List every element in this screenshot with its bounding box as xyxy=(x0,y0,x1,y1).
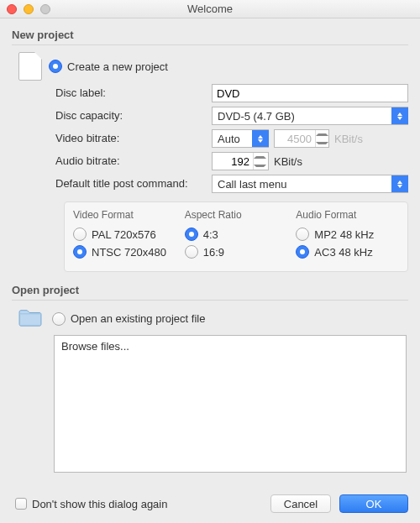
ntsc-label: NTSC 720x480 xyxy=(92,246,166,259)
open-project-title: Open project xyxy=(12,284,408,296)
audio-bitrate-label: Audio bitrate: xyxy=(55,152,208,170)
project-listbox[interactable]: Browse files... xyxy=(54,335,407,473)
chevrons-icon xyxy=(391,175,408,192)
video-bitrate-unit: KBit/s xyxy=(334,133,363,145)
post-command-value: Call last menu xyxy=(213,178,391,191)
mp2-radio[interactable] xyxy=(296,228,309,241)
close-icon[interactable] xyxy=(7,4,17,14)
ok-button[interactable]: OK xyxy=(339,494,408,513)
document-icon xyxy=(18,52,42,81)
audio-format-title: Audio Format xyxy=(296,209,399,221)
post-command-label: Default title post command: xyxy=(55,175,208,193)
chevrons-icon xyxy=(391,107,408,124)
open-project-label: Open an existing project file xyxy=(71,312,205,325)
disc-capacity-label: Disc capacity: xyxy=(55,107,208,125)
folder-icon xyxy=(18,307,43,330)
ntsc-radio[interactable] xyxy=(73,245,87,259)
divider xyxy=(12,300,408,301)
disc-label-label: Disc label: xyxy=(55,84,208,102)
create-project-label: Create a new project xyxy=(67,60,168,73)
ac3-label: AC3 48 kHz xyxy=(314,246,372,259)
audio-bitrate-unit: KBit/s xyxy=(274,155,302,168)
footer: Don't show this dialog again Cancel OK xyxy=(0,486,420,523)
video-bitrate-label: Video bitrate: xyxy=(55,129,208,148)
disc-label-input[interactable] xyxy=(212,84,408,102)
dont-show-checkbox[interactable] xyxy=(15,498,27,510)
new-project-title: New project xyxy=(12,29,408,41)
disc-capacity-select[interactable]: DVD-5 (4.7 GB) xyxy=(212,107,408,125)
post-command-select[interactable]: Call last menu xyxy=(212,175,408,193)
video-bitrate-custom-input xyxy=(275,130,315,147)
video-bitrate-stepper[interactable] xyxy=(274,129,329,148)
chevrons-icon xyxy=(252,130,269,147)
window-title: Welcome xyxy=(0,3,420,15)
dont-show-label: Don't show this dialog again xyxy=(32,498,167,510)
pal-radio[interactable] xyxy=(73,228,87,241)
stepper-controls[interactable] xyxy=(315,130,328,147)
titlebar: Welcome xyxy=(0,0,420,18)
create-project-radio[interactable] xyxy=(49,60,62,73)
aspect-169-radio[interactable] xyxy=(185,245,198,259)
mp2-label: MP2 48 kHz xyxy=(314,228,374,241)
video-bitrate-select[interactable]: Auto xyxy=(212,129,269,148)
cancel-button[interactable]: Cancel xyxy=(270,494,331,513)
open-project-radio[interactable] xyxy=(52,312,66,326)
zoom-icon[interactable] xyxy=(40,4,50,14)
aspect-169-label: 16:9 xyxy=(203,246,224,259)
window-controls xyxy=(0,4,50,14)
minimize-icon[interactable] xyxy=(24,4,34,14)
disc-capacity-value: DVD-5 (4.7 GB) xyxy=(213,110,391,123)
video-bitrate-value: Auto xyxy=(213,133,252,145)
ac3-radio[interactable] xyxy=(296,245,309,259)
audio-bitrate-input[interactable] xyxy=(213,153,253,170)
pal-label: PAL 720x576 xyxy=(92,228,156,241)
audio-bitrate-stepper[interactable] xyxy=(212,152,269,170)
browse-files-item[interactable]: Browse files... xyxy=(61,340,399,353)
divider xyxy=(12,44,408,45)
format-panel: Video Format PAL 720x576 NTSC 720x480 As… xyxy=(64,201,408,272)
video-format-title: Video Format xyxy=(73,209,176,221)
aspect-43-radio[interactable] xyxy=(185,228,198,241)
aspect-ratio-title: Aspect Ratio xyxy=(185,209,288,221)
stepper-controls[interactable] xyxy=(253,153,266,170)
aspect-43-label: 4:3 xyxy=(203,228,218,241)
